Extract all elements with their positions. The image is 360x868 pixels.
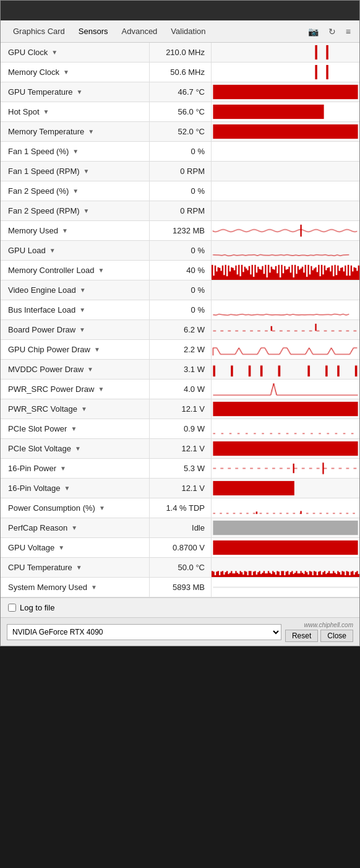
sensor-name-text: Fan 1 Speed (RPM) <box>8 167 80 176</box>
dropdown-arrow-icon[interactable]: ▼ <box>62 227 68 234</box>
dropdown-arrow-icon[interactable]: ▼ <box>84 168 90 175</box>
sensor-graph <box>211 439 359 458</box>
sensor-name: MVDDC Power Draw▼ <box>1 365 149 374</box>
sensor-name: Memory Used▼ <box>1 226 149 235</box>
table-row: 16-Pin Voltage▼12.1 V <box>1 479 359 498</box>
dropdown-arrow-icon[interactable]: ▼ <box>77 89 83 95</box>
sensor-graph <box>211 360 359 379</box>
table-row: Video Engine Load▼0 % <box>1 280 359 300</box>
sensor-name: 16-Pin Voltage▼ <box>1 484 149 493</box>
log-to-file-checkbox[interactable] <box>8 604 16 612</box>
dropdown-arrow-icon[interactable]: ▼ <box>72 148 79 155</box>
table-row: Fan 2 Speed (%)▼0 % <box>1 181 359 201</box>
dropdown-arrow-icon[interactable]: ▼ <box>87 366 93 373</box>
dropdown-arrow-icon[interactable]: ▼ <box>79 326 85 333</box>
sensor-graph <box>211 320 359 339</box>
sensor-name-text: 16-Pin Power <box>8 464 56 473</box>
sensor-name-text: Fan 1 Speed (%) <box>8 147 69 156</box>
table-row: GPU Voltage▼0.8700 V <box>1 538 359 558</box>
sensor-name-text: Fan 2 Speed (%) <box>8 186 69 196</box>
app-window: Graphics Card Sensors Advanced Validatio… <box>0 0 360 646</box>
sensor-name-text: PCIe Slot Power <box>8 424 67 433</box>
tab-advanced[interactable]: Advanced <box>116 24 164 38</box>
sensor-name-text: GPU Clock <box>8 48 48 57</box>
footer-right: www.chiphell.com Reset Close <box>285 622 353 642</box>
sensor-value: 0 % <box>149 142 211 161</box>
tab-validation[interactable]: Validation <box>165 24 212 38</box>
table-row: 16-Pin Power▼5.3 W <box>1 459 359 479</box>
refresh-icon[interactable]: ↻ <box>326 25 338 38</box>
sensor-name-text: Fan 2 Speed (RPM) <box>8 206 80 215</box>
close-button[interactable]: Close <box>320 630 353 642</box>
dropdown-arrow-icon[interactable]: ▼ <box>81 406 87 412</box>
sensor-name: Memory Clock▼ <box>1 67 149 77</box>
dropdown-arrow-icon[interactable]: ▼ <box>64 485 71 492</box>
sensor-value: 5.3 W <box>149 459 211 478</box>
dropdown-arrow-icon[interactable]: ▼ <box>98 267 104 274</box>
sensor-graph <box>211 280 359 300</box>
sensor-name-text: Memory Controller Load <box>8 266 94 275</box>
dropdown-arrow-icon[interactable]: ▼ <box>99 505 105 511</box>
sensor-graph <box>211 181 359 201</box>
dropdown-arrow-icon[interactable]: ▼ <box>51 49 58 56</box>
sensor-graph <box>211 538 359 557</box>
sensor-name: PCIe Slot Voltage▼ <box>1 444 149 453</box>
dropdown-arrow-icon[interactable]: ▼ <box>60 465 66 472</box>
dropdown-arrow-icon[interactable]: ▼ <box>94 346 100 353</box>
sensors-container: GPU Clock▼210.0 MHzMemory Clock▼50.6 MHz… <box>1 43 359 597</box>
sensor-value: 4.0 W <box>149 380 211 399</box>
dropdown-arrow-icon[interactable]: ▼ <box>88 128 94 135</box>
sensor-value: 12.1 V <box>149 439 211 458</box>
table-row: Memory Controller Load▼40 % <box>1 261 359 280</box>
table-row: GPU Load▼0 % <box>1 241 359 261</box>
table-row: Fan 1 Speed (RPM)▼0 RPM <box>1 162 359 181</box>
dropdown-arrow-icon[interactable]: ▼ <box>49 247 56 254</box>
sensor-graph <box>211 162 359 181</box>
dropdown-arrow-icon[interactable]: ▼ <box>80 287 86 293</box>
dropdown-arrow-icon[interactable]: ▼ <box>98 386 104 393</box>
table-row: PCIe Slot Power▼0.9 W <box>1 419 359 439</box>
sensor-name-text: CPU Temperature <box>8 563 72 572</box>
sensor-name: Fan 1 Speed (%)▼ <box>1 147 149 156</box>
sensor-name-text: MVDDC Power Draw <box>8 365 84 374</box>
log-to-file-label[interactable]: Log to file <box>8 603 54 612</box>
dropdown-arrow-icon[interactable]: ▼ <box>84 207 90 214</box>
sensor-graph <box>211 399 359 419</box>
reset-button[interactable]: Reset <box>285 630 318 642</box>
dropdown-arrow-icon[interactable]: ▼ <box>71 524 77 531</box>
menu-icon[interactable]: ≡ <box>343 25 353 38</box>
dropdown-arrow-icon[interactable]: ▼ <box>91 584 97 591</box>
dropdown-arrow-icon[interactable]: ▼ <box>75 445 81 452</box>
sensor-name: PCIe Slot Power▼ <box>1 424 149 433</box>
dropdown-arrow-icon[interactable]: ▼ <box>72 188 79 194</box>
camera-icon[interactable]: 📷 <box>306 25 321 38</box>
dropdown-arrow-icon[interactable]: ▼ <box>71 425 77 432</box>
table-row: PWR_SRC Voltage▼12.1 V <box>1 399 359 419</box>
sensor-graph <box>211 479 359 498</box>
tab-sensors[interactable]: Sensors <box>72 24 114 38</box>
watermark-text: www.chiphell.com <box>304 622 353 628</box>
table-row: Bus Interface Load▼0 % <box>1 300 359 320</box>
sensor-name-text: Video Engine Load <box>8 285 76 295</box>
sensor-value: 1.4 % TDP <box>149 498 211 518</box>
sensor-name: Video Engine Load▼ <box>1 285 149 295</box>
dropdown-arrow-icon[interactable]: ▼ <box>63 69 69 76</box>
table-row: Memory Clock▼50.6 MHz <box>1 63 359 82</box>
gpu-select[interactable]: NVIDIA GeForce RTX 4090 <box>7 624 281 640</box>
footer-bar: NVIDIA GeForce RTX 4090 www.chiphell.com… <box>1 617 359 646</box>
dropdown-arrow-icon[interactable]: ▼ <box>76 564 82 571</box>
sensor-graph <box>211 142 359 161</box>
footer-buttons: Reset Close <box>285 630 353 642</box>
sensor-graph <box>211 578 359 597</box>
sensor-name-text: GPU Temperature <box>8 87 73 97</box>
sensor-name: Memory Controller Load▼ <box>1 266 149 275</box>
sensor-value: 0 % <box>149 300 211 319</box>
dropdown-arrow-icon[interactable]: ▼ <box>79 306 85 313</box>
dropdown-arrow-icon[interactable]: ▼ <box>58 544 64 551</box>
dropdown-arrow-icon[interactable]: ▼ <box>43 108 49 115</box>
sensor-name-text: Bus Interface Load <box>8 305 75 315</box>
bottom-bar: Log to file <box>1 597 359 617</box>
tab-graphics-card[interactable]: Graphics Card <box>7 24 71 38</box>
table-row: Fan 2 Speed (RPM)▼0 RPM <box>1 201 359 221</box>
sensor-name-text: Power Consumption (%) <box>8 503 95 513</box>
